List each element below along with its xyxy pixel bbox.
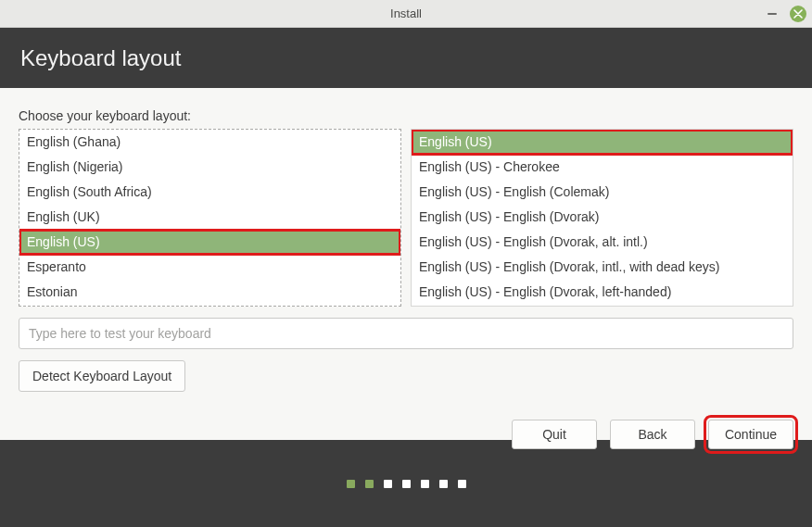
page-title: Keyboard layout (20, 45, 181, 71)
language-list-item[interactable]: Esperanto (19, 255, 400, 280)
progress-dot (421, 480, 429, 488)
quit-button[interactable]: Quit (512, 420, 597, 449)
language-listbox[interactable]: English (Ghana)English (Nigeria)English … (19, 129, 401, 307)
close-icon[interactable] (790, 6, 806, 22)
language-list-item[interactable]: English (Ghana) (19, 130, 400, 155)
progress-dot (402, 480, 411, 488)
detect-layout-button[interactable]: Detect Keyboard Layout (19, 360, 185, 392)
window-title: Install (0, 6, 812, 20)
language-list-item[interactable]: Faroese (19, 305, 400, 306)
titlebar: Install (0, 0, 812, 28)
layout-lists: English (Ghana)English (Nigeria)English … (19, 129, 793, 307)
variant-list-item[interactable]: English (US) - English (Dvorak, right-ha… (412, 305, 793, 306)
variant-list-item[interactable]: English (US) - English (Colemak) (412, 180, 793, 205)
back-button[interactable]: Back (610, 420, 695, 449)
main-content: Choose your keyboard layout: English (Gh… (0, 88, 812, 440)
progress-dot (439, 480, 448, 488)
variant-list-item[interactable]: English (US) (412, 130, 793, 155)
variant-list-item[interactable]: English (US) - Cherokee (412, 155, 793, 180)
window-controls (764, 6, 806, 22)
prompt-label: Choose your keyboard layout: (19, 108, 793, 123)
variant-listbox[interactable]: English (US)English (US) - CherokeeEngli… (411, 129, 793, 307)
progress-dot (365, 480, 374, 488)
variant-list-item[interactable]: English (US) - English (Dvorak, alt. int… (412, 230, 793, 255)
progress-dot (458, 480, 466, 488)
variant-list-item[interactable]: English (US) - English (Dvorak) (412, 205, 793, 230)
variant-list-item[interactable]: English (US) - English (Dvorak, intl., w… (412, 255, 793, 280)
minimize-icon[interactable] (764, 6, 780, 22)
progress-dot (384, 480, 392, 488)
language-list-item[interactable]: Estonian (19, 280, 400, 305)
language-list-item[interactable]: English (Nigeria) (19, 155, 400, 180)
language-list-item[interactable]: English (UK) (19, 205, 400, 230)
progress-dot (347, 480, 355, 488)
language-list-item[interactable]: English (South Africa) (19, 180, 400, 205)
test-keyboard-input[interactable] (19, 318, 793, 349)
variant-list-item[interactable]: English (US) - English (Dvorak, left-han… (412, 280, 793, 305)
progress-dots (0, 440, 812, 527)
continue-button[interactable]: Continue (708, 420, 793, 449)
language-list-item[interactable]: English (US) (19, 230, 400, 255)
page-header: Keyboard layout (0, 28, 812, 88)
